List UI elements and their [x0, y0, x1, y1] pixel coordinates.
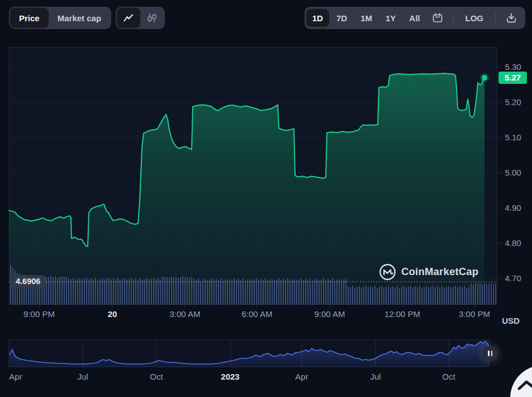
current-price-badge: 5.27	[498, 72, 527, 84]
navigator-axis-label: Oct	[432, 372, 466, 382]
log-toggle[interactable]: LOG	[459, 9, 490, 27]
coinmarketcap-logo-icon	[379, 263, 396, 281]
calendar-icon	[432, 12, 443, 23]
range-1m-button[interactable]: 1M	[354, 9, 378, 27]
chevron-up-icon	[515, 378, 532, 393]
download-button[interactable]	[501, 9, 521, 27]
time-axis-label: 3:00 PM	[449, 309, 500, 319]
calendar-button[interactable]	[428, 9, 448, 27]
navigator-axis-label: Oct	[140, 372, 173, 382]
toolbar-divider	[453, 12, 454, 24]
price-line	[9, 73, 484, 246]
time-axis-label: 12:00 PM	[377, 309, 428, 319]
time-axis-label: 9:00 PM	[14, 309, 64, 319]
line-chart-tab[interactable]	[117, 8, 140, 28]
navigator-line	[10, 341, 489, 364]
currency-label: USD	[494, 316, 528, 325]
reference-price-label: 4.6906	[10, 275, 46, 287]
watermark: CoinMarketCap	[379, 263, 478, 281]
download-icon	[506, 12, 517, 23]
timeline-navigator[interactable]	[0, 335, 532, 397]
watermark-label: CoinMarketCap	[401, 266, 478, 278]
price-axis-label: 4.80	[498, 238, 528, 249]
scroll-to-top-button[interactable]	[510, 365, 532, 397]
marketcap-tab[interactable]: Market cap	[49, 8, 110, 28]
toolbar-divider	[495, 12, 496, 24]
price-axis-label: 5.20	[498, 97, 528, 108]
range-1d-button[interactable]: 1D	[306, 9, 329, 27]
candlestick-tab[interactable]	[140, 8, 164, 28]
chart-toolbar: Price Market cap 1D 7D 1M 1Y	[9, 7, 525, 29]
navigator-axis-label: Jul	[66, 372, 99, 382]
navigator-handle[interactable]	[482, 346, 498, 361]
time-axis-label: 9:00 AM	[305, 309, 355, 319]
navigator-axis-label: Jul	[359, 372, 392, 382]
time-axis-label: 6:00 AM	[232, 309, 282, 319]
price-tab[interactable]: Price	[10, 8, 49, 28]
range-1y-button[interactable]: 1Y	[379, 9, 402, 27]
chart-type-toggle	[116, 7, 165, 29]
price-axis-label: 4.90	[498, 202, 528, 214]
range-7d-button[interactable]: 7D	[330, 9, 353, 27]
time-axis-label: 20	[87, 309, 137, 319]
price-axis-label: 5.00	[498, 167, 528, 178]
last-price-dot	[482, 75, 487, 81]
range-toolbar: 1D 7D 1M 1Y All LOG	[305, 7, 525, 29]
price-axis-label: 5.10	[498, 132, 528, 143]
navigator-axis-label: Apr	[0, 372, 32, 382]
candlestick-icon	[147, 13, 157, 23]
navigator-area	[10, 341, 489, 367]
cmc-price-chart-widget: Price Market cap 1D 7D 1M 1Y	[0, 0, 532, 397]
navigator-axis-label: 2023	[213, 372, 247, 382]
line-chart-icon	[124, 14, 134, 22]
time-axis-label: 3:00 AM	[160, 309, 210, 319]
navigator-axis-label: Apr	[285, 372, 319, 382]
range-all-button[interactable]: All	[403, 9, 426, 27]
price-axis-label: 4.70	[498, 273, 528, 284]
price-marketcap-toggle: Price Market cap	[9, 7, 111, 29]
